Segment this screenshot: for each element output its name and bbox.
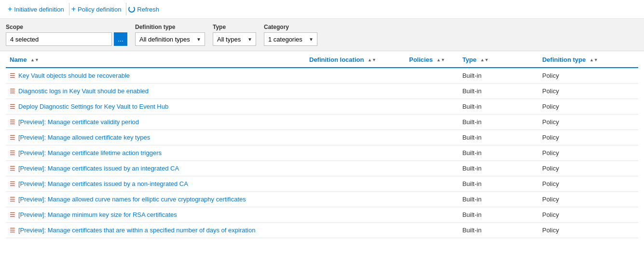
- policy-icon: ☰: [10, 180, 15, 187]
- row-type-cell: Built-in: [458, 130, 538, 145]
- policy-name-link[interactable]: Key Vault objects should be recoverable: [18, 72, 130, 79]
- deftype-select[interactable]: All definition types: [135, 32, 205, 46]
- policy-name-link[interactable]: [Preview]: Manage certificates that are …: [18, 227, 255, 234]
- definition-type-filter: Definition type All definition types ▼: [135, 24, 205, 46]
- policy-icon: ☰: [10, 149, 15, 156]
- row-type-cell: Built-in: [458, 207, 538, 223]
- row-defloc-cell: [305, 68, 405, 84]
- row-deftype-cell: Policy: [538, 68, 638, 84]
- row-type-cell: Built-in: [458, 68, 538, 84]
- table-row: ☰[Preview]: Manage certificates that are…: [6, 223, 638, 238]
- deftype-label: Definition type: [135, 24, 205, 30]
- policy-definition-button[interactable]: + Policy definition: [69, 3, 127, 15]
- policy-name-link[interactable]: [Preview]: Manage certificate lifetime a…: [18, 149, 162, 156]
- policy-name-link[interactable]: [Preview]: Manage certificate validity p…: [18, 118, 139, 126]
- row-defloc-cell: [305, 130, 405, 145]
- policy-name-link[interactable]: [Preview]: Manage certificates issued by…: [18, 165, 179, 172]
- plus-icon-initiative: +: [8, 5, 12, 14]
- row-name-cell: ☰[Preview]: Manage certificate validity …: [6, 114, 305, 130]
- row-policies-cell: [405, 68, 458, 84]
- type-label: Type: [213, 24, 256, 30]
- row-defloc-cell: [305, 145, 405, 161]
- table-row: ☰[Preview]: Manage certificate validity …: [6, 114, 638, 130]
- table-row: ☰[Preview]: Manage allowed certificate k…: [6, 130, 638, 145]
- category-select-wrapper: 1 categories ▼: [264, 32, 317, 46]
- col-header-type: Type ▲▼: [458, 51, 538, 68]
- row-defloc-cell: [305, 114, 405, 130]
- col-header-defloc: Definition location ▲▼: [305, 51, 405, 68]
- row-type-cell: Built-in: [458, 176, 538, 192]
- category-select[interactable]: 1 categories: [264, 32, 317, 46]
- table-row: ☰Diagnostic logs in Key Vault should be …: [6, 84, 638, 99]
- row-deftype-cell: Policy: [538, 161, 638, 176]
- table-row: ☰Key Vault objects should be recoverable…: [6, 68, 638, 84]
- row-defloc-cell: [305, 99, 405, 114]
- table-row: ☰[Preview]: Manage certificates issued b…: [6, 176, 638, 192]
- sort-arrows-deftype[interactable]: ▲▼: [589, 58, 598, 62]
- row-policies-cell: [405, 223, 458, 238]
- policy-icon: ☰: [10, 87, 15, 95]
- initiative-definition-button[interactable]: + Initiative definition: [6, 3, 69, 15]
- filters-row: Scope ... Definition type All definition…: [0, 19, 644, 51]
- deftype-select-wrapper: All definition types ▼: [135, 32, 205, 46]
- row-type-cell: Built-in: [458, 99, 538, 114]
- row-policies-cell: [405, 192, 458, 207]
- scope-input[interactable]: [6, 32, 112, 46]
- row-policies-cell: [405, 145, 458, 161]
- row-defloc-cell: [305, 223, 405, 238]
- scope-input-row: ...: [6, 32, 127, 46]
- toolbar: + Initiative definition + Policy definit…: [0, 0, 644, 19]
- policy-icon: ☰: [10, 118, 15, 126]
- policy-name-link[interactable]: [Preview]: Manage allowed certificate ke…: [18, 134, 150, 141]
- row-deftype-cell: Policy: [538, 114, 638, 130]
- row-defloc-cell: [305, 84, 405, 99]
- sort-arrows-defloc[interactable]: ▲▼: [368, 58, 376, 62]
- sort-arrows-policies[interactable]: ▲▼: [437, 58, 445, 62]
- row-name-cell: ☰[Preview]: Manage certificate lifetime …: [6, 145, 305, 161]
- col-header-deftype: Definition type ▲▼: [538, 51, 638, 68]
- policy-name-link[interactable]: Deploy Diagnostic Settings for Key Vault…: [18, 103, 168, 110]
- row-defloc-cell: [305, 176, 405, 192]
- plus-icon-policy: +: [71, 5, 76, 14]
- category-label: Category: [264, 24, 317, 30]
- row-policies-cell: [405, 84, 458, 99]
- row-policies-cell: [405, 114, 458, 130]
- policy-name-link[interactable]: [Preview]: Manage certificates issued by…: [18, 180, 188, 187]
- policy-icon: ☰: [10, 227, 15, 234]
- row-name-cell: ☰[Preview]: Manage certificates issued b…: [6, 161, 305, 176]
- refresh-button[interactable]: Refresh: [126, 4, 164, 15]
- policy-name-link[interactable]: Diagnostic logs in Key Vault should be e…: [18, 87, 149, 95]
- row-deftype-cell: Policy: [538, 192, 638, 207]
- table-row: ☰[Preview]: Manage certificate lifetime …: [6, 145, 638, 161]
- row-name-cell: ☰Deploy Diagnostic Settings for Key Vaul…: [6, 99, 305, 114]
- row-deftype-cell: Policy: [538, 145, 638, 161]
- type-select[interactable]: All types: [213, 32, 256, 46]
- row-policies-cell: [405, 176, 458, 192]
- row-deftype-cell: Policy: [538, 99, 638, 114]
- table-body: ☰Key Vault objects should be recoverable…: [6, 68, 638, 238]
- row-policies-cell: [405, 99, 458, 114]
- row-name-cell: ☰[Preview]: Manage allowed certificate k…: [6, 130, 305, 145]
- policy-name-link[interactable]: [Preview]: Manage allowed curve names fo…: [18, 196, 246, 203]
- policy-name-link[interactable]: [Preview]: Manage minimum key size for R…: [18, 211, 177, 218]
- type-select-wrapper: All types ▼: [213, 32, 256, 46]
- row-deftype-cell: Policy: [538, 130, 638, 145]
- col-header-policies: Policies ▲▼: [405, 51, 458, 68]
- row-name-cell: ☰Diagnostic logs in Key Vault should be …: [6, 84, 305, 99]
- policy-btn-label: Policy definition: [78, 6, 121, 13]
- table-row: ☰[Preview]: Manage allowed curve names f…: [6, 192, 638, 207]
- sort-arrows-name[interactable]: ▲▼: [30, 58, 39, 62]
- row-name-cell: ☰[Preview]: Manage certificates issued b…: [6, 176, 305, 192]
- table-header: Name ▲▼ Definition location ▲▼ Policies …: [6, 51, 638, 68]
- table-row: ☰Deploy Diagnostic Settings for Key Vaul…: [6, 99, 638, 114]
- scope-label: Scope: [6, 24, 127, 30]
- scope-filter: Scope ...: [6, 24, 127, 46]
- type-filter: Type All types ▼: [213, 24, 256, 46]
- row-name-cell: ☰[Preview]: Manage allowed curve names f…: [6, 192, 305, 207]
- row-policies-cell: [405, 130, 458, 145]
- scope-ellipsis-button[interactable]: ...: [114, 32, 127, 46]
- row-deftype-cell: Policy: [538, 176, 638, 192]
- row-defloc-cell: [305, 207, 405, 223]
- sort-arrows-type[interactable]: ▲▼: [480, 58, 489, 62]
- policy-icon: ☰: [10, 211, 15, 218]
